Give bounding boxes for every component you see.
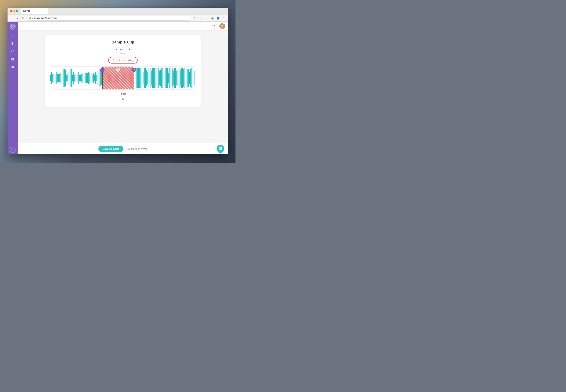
svg-rect-6 [14, 52, 14, 52]
editor-card: Sample Clip − zoom + reset Split the rec… [45, 35, 201, 107]
svg-rect-8 [13, 58, 14, 59]
tab-title: Alitu [27, 10, 31, 12]
security-icon: 🔒 [29, 17, 31, 19]
waveform-canvas[interactable] [50, 67, 196, 89]
waveform-container [50, 66, 196, 90]
svg-rect-5 [11, 52, 12, 52]
tab-bar: Alitu × + [21, 8, 226, 14]
sidebar-item-grid[interactable] [10, 56, 16, 63]
sidebar-item-listen[interactable] [10, 48, 16, 55]
minimize-window-button[interactable] [13, 10, 15, 12]
maximize-window-button[interactable] [16, 10, 18, 12]
bottom-bar: Save All Edits All changes saved [18, 143, 228, 154]
svg-rect-7 [12, 58, 13, 59]
browser-actions: 🎙 ☆ ⌕ 🧩 👤 ⋮ [193, 16, 226, 20]
zoom-out-button[interactable]: − [114, 47, 118, 51]
svg-rect-16 [219, 148, 222, 148]
zoom-browser-icon[interactable]: ⌕ [204, 16, 209, 20]
svg-rect-9 [12, 59, 13, 60]
url-bar[interactable]: 🔒 app.alitu.com/audio-editor [27, 15, 191, 21]
app-content: + [8, 22, 228, 154]
split-button-container: Split the recording [50, 57, 196, 64]
reload-button[interactable]: ↻ [21, 16, 25, 20]
sidebar: + [8, 22, 18, 154]
browser-tab-alitu[interactable]: Alitu × [21, 8, 48, 14]
gear-icon [11, 66, 14, 69]
playback-controls: 00:01 [50, 93, 196, 102]
svg-point-12 [221, 25, 223, 27]
sidebar-item-settings[interactable] [10, 64, 16, 71]
forward-button[interactable]: › [15, 16, 20, 20]
chat-button[interactable] [216, 145, 224, 153]
zoom-reset-button[interactable]: reset [50, 52, 196, 55]
svg-rect-15 [219, 147, 222, 150]
svg-rect-2 [12, 42, 13, 44]
time-display: 00:01 [120, 93, 126, 95]
sidebar-item-add[interactable]: + [10, 33, 16, 39]
play-button[interactable] [120, 97, 126, 102]
microphone-sidebar-icon [11, 42, 14, 46]
saved-status: All changes saved [127, 147, 147, 150]
sidebar-logo[interactable] [10, 23, 16, 30]
user-avatar[interactable] [219, 23, 225, 29]
save-all-edits-button[interactable]: Save All Edits [99, 146, 124, 152]
chevron-right-icon: › [12, 149, 13, 151]
title-bar: Alitu × + [8, 8, 228, 14]
new-tab-button[interactable]: + [49, 8, 54, 14]
traffic-lights [10, 10, 18, 12]
svg-rect-10 [13, 59, 14, 60]
svg-rect-17 [219, 149, 221, 149]
zoom-label: zoom [120, 48, 126, 51]
headphones-icon [11, 50, 14, 54]
main-content: ? Sample Clip − zoom [18, 22, 228, 154]
bookmark-icon[interactable]: ☆ [199, 16, 203, 20]
svg-marker-14 [122, 98, 124, 100]
menu-icon[interactable]: ⋮ [222, 16, 226, 20]
zoom-controls: − zoom + [50, 47, 196, 51]
editor-area: Sample Clip − zoom + reset Split the rec… [18, 31, 228, 143]
extensions-icon[interactable]: 🧩 [210, 16, 214, 20]
help-button[interactable]: ? [212, 24, 217, 29]
split-recording-button[interactable]: Split the recording [108, 57, 138, 64]
sidebar-expand-button[interactable]: › [10, 147, 15, 153]
zoom-in-button[interactable]: + [127, 47, 131, 51]
add-icon: + [12, 34, 14, 38]
microphone-icon[interactable]: 🎙 [193, 16, 197, 20]
grid-icon [11, 58, 14, 61]
back-button[interactable]: ‹ [10, 16, 14, 20]
address-bar: ‹ › ↻ 🔒 app.alitu.com/audio-editor 🎙 ☆ ⌕… [8, 14, 228, 22]
close-window-button[interactable] [10, 10, 12, 12]
url-text: app.alitu.com/audio-editor [32, 17, 57, 19]
app-top-bar: ? [18, 22, 228, 31]
browser-window: Alitu × + ‹ › ↻ 🔒 app.alitu.com/audio-ed… [8, 8, 228, 154]
tab-favicon [23, 10, 26, 12]
clip-title: Sample Clip [50, 40, 196, 44]
sidebar-item-record[interactable] [10, 41, 16, 47]
account-icon[interactable]: 👤 [216, 16, 220, 20]
tab-close-button[interactable]: × [43, 10, 46, 12]
